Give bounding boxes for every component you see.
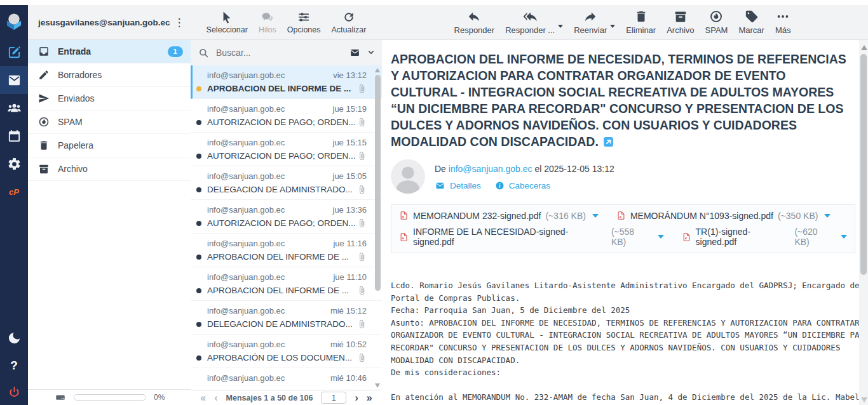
prev-page-button[interactable]: ‹ [214, 393, 217, 403]
from-label: De [435, 164, 446, 174]
scroll-up-arrow-icon[interactable] [861, 45, 867, 50]
next-page-button[interactable]: › [355, 393, 358, 403]
quota-progress-bar [74, 394, 146, 401]
message-list-item[interactable]: info@sanjuan.gob.ecmié 15:12 DELEGACION … [191, 301, 382, 335]
main-scrollbar[interactable] [859, 40, 868, 405]
attachment-item[interactable]: MEMORANDUM 232-signed.pdf (~316 KB) [399, 210, 599, 221]
forward-dropdown-caret-icon[interactable] [610, 25, 615, 28]
options-label: Opciones [287, 25, 321, 34]
msg-sender: info@sanjuan.gob.ec [207, 306, 285, 315]
folder-item-borradores[interactable]: Borradores [28, 63, 191, 87]
reply-label: Responder [454, 25, 495, 35]
message-list-item[interactable]: info@sanjuan.gob.ecjue 15:19 AUTORIZACIO… [191, 99, 382, 133]
pagination-bar: « ‹ Mensajes 1 a 50 de 106 › » [191, 390, 382, 405]
list-toolbar: Seleccionar Hilos Opciones Actualizar [191, 5, 382, 40]
attachment-item[interactable]: INFORME DE LA NECESIDAD-signed-signed.pd… [399, 227, 664, 247]
main-scrollbar-thumb[interactable] [860, 54, 867, 275]
select-button[interactable]: Seleccionar [207, 11, 248, 34]
reply-button[interactable]: Responder [454, 10, 495, 35]
paperclip-icon [357, 353, 367, 362]
details-link[interactable]: Detalles [435, 181, 481, 190]
folder-item-papelera[interactable]: Papelera [28, 134, 191, 157]
message-list-item[interactable]: info@sanjuan.gob.ecjue 11:16 APROBACION … [191, 234, 382, 267]
message-subject: APROBACION DEL INFORME DE NECESIDAD, TER… [391, 51, 855, 150]
search-scope-envelope-icon[interactable] [349, 48, 361, 58]
dark-mode-button[interactable] [0, 324, 28, 352]
external-link-icon[interactable] [603, 136, 614, 147]
refresh-button[interactable]: Actualizar [332, 11, 367, 34]
more-button[interactable]: Más [775, 10, 791, 35]
message-list-item[interactable]: info@sanjuan.gob.ecjue 11:10 APROBACION … [191, 267, 382, 301]
spam-button[interactable]: SPAM [705, 10, 728, 35]
envelope-icon [435, 181, 445, 190]
scroll-down-arrow-icon[interactable] [861, 397, 867, 402]
msg-sender: info@sanjuan.gob.ec [207, 171, 285, 181]
attachment-item[interactable]: MEMORÁNDUM N°1093-signed.pdf (~350 KB) [616, 210, 831, 221]
from-email-link[interactable]: info@sanjuan.gob.ec [449, 164, 532, 174]
attachment-menu-caret-icon[interactable] [658, 235, 664, 239]
headers-link[interactable]: Cabeceras [495, 181, 550, 190]
pagination-label: Mensajes 1 a 50 de 106 [226, 394, 313, 402]
threads-button[interactable]: Hilos [259, 11, 276, 34]
list-scrollbar-thumb[interactable] [375, 75, 381, 291]
calendar-nav-button[interactable] [0, 122, 28, 150]
compose-button[interactable] [0, 38, 28, 66]
message-list-item[interactable]: info@sanjuan.gob.ecmié 10:46 [191, 368, 382, 390]
message-body-text: Lcdo. Romario Jesús Gavilanes Litardo-As… [391, 279, 855, 405]
folder-label: Borradores [58, 70, 102, 80]
cpanel-nav-button[interactable]: cP [0, 178, 28, 206]
message-view-pane: Responder Responder ... Reenviar Elimina… [382, 5, 868, 405]
msg-sender: info@sanjuan.gob.ec [207, 138, 285, 147]
list-scrollbar[interactable] [375, 68, 381, 388]
message-list-item[interactable]: info@sanjuan.gob.ecjue 15:15 AUTORIZACIO… [191, 133, 382, 166]
contacts-nav-button[interactable] [0, 94, 28, 122]
search-input[interactable] [215, 47, 343, 58]
settings-nav-button[interactable] [0, 150, 28, 178]
folder-item-entrada[interactable]: Entrada 1 [28, 40, 191, 63]
logout-button[interactable] [0, 380, 28, 405]
folder-label: Enviados [58, 93, 95, 103]
message-list-item[interactable]: info@sanjuan.gob.ecjue 15:05 DELEGACION … [191, 166, 382, 200]
unread-dot [196, 355, 201, 361]
folder-item-enviados[interactable]: Enviados [28, 87, 191, 110]
search-icon [198, 48, 209, 58]
kebab-menu-icon[interactable]: ⋮ [170, 16, 189, 29]
delete-button[interactable]: Eliminar [626, 10, 656, 35]
forward-button[interactable]: Reenviar [574, 10, 607, 35]
last-page-button[interactable]: » [367, 393, 372, 403]
mail-nav-button[interactable] [0, 66, 28, 94]
page-number-input[interactable] [321, 392, 346, 404]
folder-label: Papelera [58, 140, 93, 150]
options-button[interactable]: Opciones [287, 11, 321, 34]
search-options-chevron-icon[interactable] [367, 48, 376, 57]
message-list-item[interactable]: info@sanjuan.gob.ecjue 13:36 AUTORIZACIO… [191, 200, 382, 234]
attachment-menu-caret-icon[interactable] [824, 214, 831, 218]
details-label: Detalles [450, 181, 481, 190]
scroll-down-arrow-icon[interactable] [375, 383, 380, 388]
msg-date: jue 11:16 [333, 239, 367, 248]
tag-icon [745, 10, 759, 23]
message-rows: info@sanjuan.gob.ecvie 13:12 APROBACION … [191, 65, 382, 390]
msg-date: jue 15:05 [333, 171, 367, 181]
reply-all-dropdown-caret-icon[interactable] [558, 25, 563, 28]
inbox-icon [38, 46, 50, 57]
message-list-item[interactable]: info@sanjuan.gob.ecvie 13:12 APROBACION … [191, 65, 382, 99]
attachment-item[interactable]: TR(1)-signed-signed.pdf (~620 KB) [682, 227, 847, 247]
attachment-menu-caret-icon[interactable] [841, 235, 847, 239]
first-page-button[interactable]: « [200, 393, 206, 403]
folder-item-spam[interactable]: SPAM [28, 110, 191, 134]
moon-icon [7, 331, 22, 345]
folder-item-archivo[interactable]: Archivo [28, 157, 191, 181]
msg-date: jue 15:15 [333, 138, 367, 147]
archive-box-icon [38, 163, 50, 175]
scroll-up-arrow-icon[interactable] [375, 68, 380, 72]
reply-all-button[interactable]: Responder ... [505, 10, 555, 35]
attachment-menu-caret-icon[interactable] [592, 214, 599, 218]
msg-subject: APROBACION DEL INFORME DE ... [207, 84, 351, 93]
help-button[interactable]: ? [0, 352, 28, 380]
select-label: Seleccionar [207, 25, 248, 34]
archive-button[interactable]: Archivo [667, 10, 694, 35]
mark-button[interactable]: Marcar [738, 10, 764, 35]
pdf-icon [682, 232, 691, 242]
message-list-item[interactable]: info@sanjuan.gob.ecmié 10:52 APROBACIÓN … [191, 335, 382, 368]
